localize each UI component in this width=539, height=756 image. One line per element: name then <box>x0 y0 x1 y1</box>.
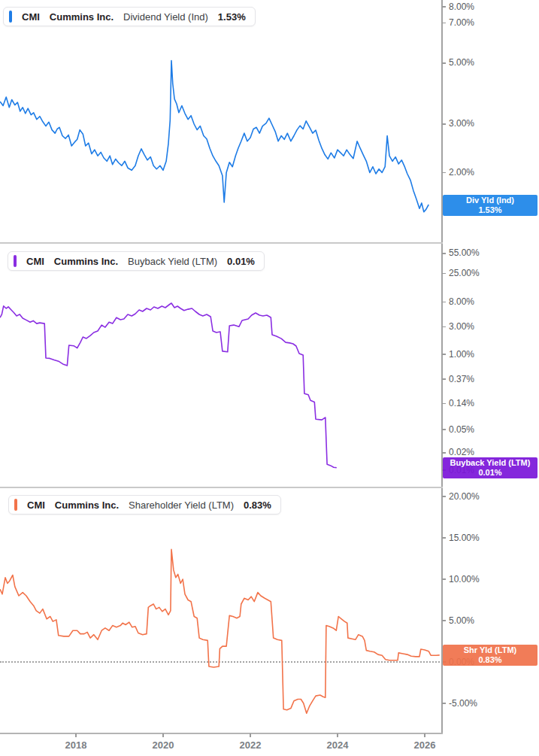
x-axis-tick <box>75 733 77 737</box>
y-axis-tick-label: 5.00% <box>449 615 474 627</box>
y-axis-tick-label: 2.00% <box>449 167 474 178</box>
x-axis-tick-label: 2024 <box>316 739 359 751</box>
company-name: Cummins Inc. <box>54 256 118 267</box>
badge-value: 0.01% <box>443 468 537 478</box>
y-axis-tick-label: 25.00% <box>449 268 480 279</box>
y-axis-tick-label: 0.14% <box>449 398 474 409</box>
x-axis-tick-label: 2026 <box>404 739 446 751</box>
series-line-0 <box>0 61 428 212</box>
badge-label: Shr Yld (LTM) <box>443 645 537 655</box>
ticker-symbol: CMI <box>22 11 40 23</box>
badge-value: 0.83% <box>443 655 537 665</box>
series-line-2 <box>0 549 440 713</box>
series-color-bar <box>14 255 17 267</box>
badge-label: Div Yld (Ind) <box>443 196 537 205</box>
y-axis-tick-label: 1.00% <box>449 349 474 360</box>
series-header-card-dividend-yield[interactable]: CMI Cummins Inc. Dividend Yield (Ind) 1.… <box>3 7 256 26</box>
ticker-symbol: CMI <box>26 256 44 267</box>
series-color-bar <box>14 499 17 511</box>
y-axis-tick-label: 0.05% <box>449 424 474 436</box>
last-value-badge-dividend-yield: Div Yld (Ind) 1.53% <box>443 195 537 216</box>
ticker-symbol: CMI <box>27 499 45 511</box>
y-axis-tick-label: 8.00% <box>449 2 474 13</box>
series-line-1 <box>0 303 337 468</box>
y-axis-tick-label: 20.00% <box>449 491 480 502</box>
last-value-badge-buyback-yield: Buyback Yield (LTM) 0.01% <box>443 457 537 478</box>
x-axis-tick-label: 2020 <box>142 739 184 751</box>
y-axis-tick-label: 3.00% <box>449 118 474 129</box>
x-axis-tick <box>424 733 425 737</box>
y-axis-tick-label: 55.00% <box>449 247 480 259</box>
x-axis-tick-label: 2022 <box>229 739 271 751</box>
multi-chart-stage: CMI Cummins Inc. Dividend Yield (Ind) 1.… <box>0 0 539 756</box>
metric-name: Buyback Yield (LTM) <box>128 256 217 267</box>
company-name: Cummins Inc. <box>55 499 119 511</box>
company-name: Cummins Inc. <box>50 11 114 23</box>
x-axis-tick <box>250 733 251 737</box>
metric-current-value: 1.53% <box>218 11 246 23</box>
metric-name: Shareholder Yield (LTM) <box>129 499 234 511</box>
last-value-badge-shareholder-yield: Shr Yld (LTM) 0.83% <box>443 645 537 666</box>
y-axis-tick-label: 0.02% <box>449 447 474 458</box>
metric-current-value: 0.83% <box>244 499 271 511</box>
series-header-card-buyback-yield[interactable]: CMI Cummins Inc. Buyback Yield (LTM) 0.0… <box>8 251 265 271</box>
y-axis-tick-label: 15.00% <box>449 533 480 544</box>
series-color-bar <box>9 11 12 23</box>
metric-name: Dividend Yield (Ind) <box>123 11 208 23</box>
badge-label: Buyback Yield (LTM) <box>443 458 537 468</box>
badge-value: 1.53% <box>443 205 537 215</box>
y-axis-tick-label: 0.37% <box>449 374 474 385</box>
metric-current-value: 0.01% <box>227 256 255 267</box>
y-axis-tick-label: 7.00% <box>449 17 474 29</box>
plot-area-2[interactable] <box>0 487 539 733</box>
y-axis-tick-label: 8.00% <box>449 296 474 308</box>
y-axis-tick-label: 3.00% <box>449 321 474 332</box>
x-axis-tick <box>162 733 164 737</box>
y-axis-tick-label: 10.00% <box>449 574 480 585</box>
x-axis-tick <box>337 733 338 737</box>
y-axis-tick-label: 5.00% <box>449 57 474 68</box>
x-axis-tick-label: 2018 <box>55 739 97 751</box>
series-header-card-shareholder-yield[interactable]: CMI Cummins Inc. Shareholder Yield (LTM)… <box>8 495 281 515</box>
y-axis-tick-label: -5.00% <box>449 698 477 709</box>
